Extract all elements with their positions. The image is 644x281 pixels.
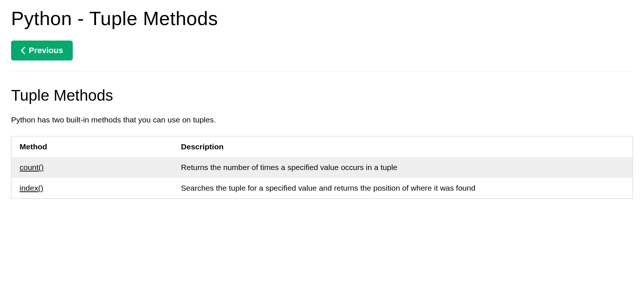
method-link-index[interactable]: index()	[20, 184, 43, 192]
section-heading: Tuple Methods	[11, 87, 633, 104]
page-title: Python - Tuple Methods	[11, 7, 633, 30]
table-header-method: Method	[11, 136, 173, 157]
methods-table: Method Description count() Returns the n…	[11, 136, 633, 199]
chevron-left-icon	[21, 47, 25, 54]
table-row: index() Searches the tuple for a specifi…	[11, 178, 633, 199]
table-row: count() Returns the number of times a sp…	[11, 157, 633, 178]
method-description: Returns the number of times a specified …	[173, 157, 633, 178]
previous-button-label: Previous	[29, 46, 63, 55]
method-description: Searches the tuple for a specified value…	[173, 178, 633, 199]
previous-button[interactable]: Previous	[11, 41, 73, 60]
section-divider	[11, 72, 633, 72]
intro-text: Python has two built-in methods that you…	[11, 115, 633, 124]
method-link-count[interactable]: count()	[20, 163, 44, 171]
table-header-description: Description	[173, 136, 633, 157]
